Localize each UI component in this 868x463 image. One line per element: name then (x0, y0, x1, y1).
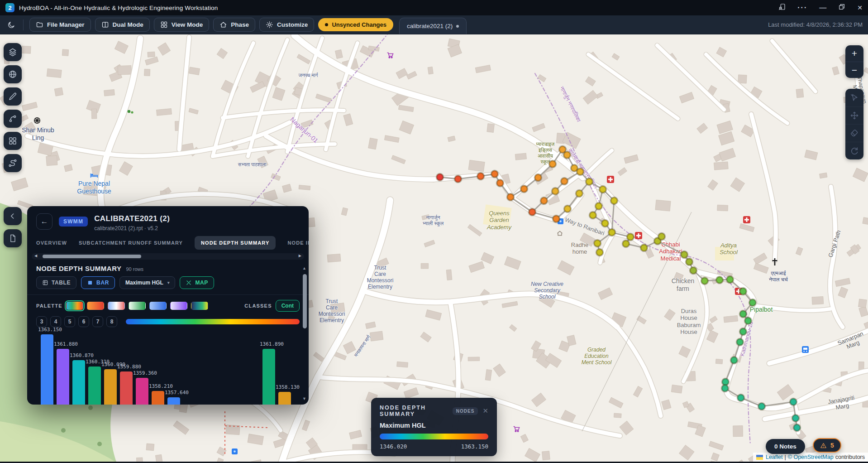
table-view-button[interactable]: TABLE (36, 276, 76, 289)
chart-bar (72, 360, 85, 405)
close-icon[interactable]: ✕ (857, 4, 863, 11)
palette-swatch-3[interactable] (129, 302, 146, 310)
sidebar-button-globe[interactable] (4, 65, 22, 83)
hscroll-thumb[interactable] (43, 255, 141, 258)
chart-bar-value: 1358.130 (276, 384, 300, 390)
chart-bar (278, 392, 291, 405)
more-menu-icon[interactable]: ··· (797, 4, 807, 12)
continuous-classes-button[interactable]: Cont (276, 300, 300, 312)
last-modified-text: Last modified: 4/8/2026, 2:36:32 PM (768, 21, 863, 28)
palette-swatch-6[interactable] (191, 302, 208, 310)
search-window-icon[interactable] (778, 3, 786, 12)
chart-bar-value: 1359.880 (117, 364, 141, 370)
panel-title: CALIBRATE2021 (2) (94, 214, 170, 223)
sidebar-button-git-branch[interactable] (4, 110, 22, 128)
zoom-out-button[interactable]: − (845, 62, 863, 78)
globe-icon (8, 70, 17, 79)
sidebar-button-collapse[interactable] (4, 207, 22, 225)
chart-bar (88, 367, 101, 405)
palette-swatch-4[interactable] (149, 302, 167, 310)
sidebar-button-route[interactable] (4, 154, 22, 172)
map-tool-move[interactable] (845, 106, 863, 124)
unsynced-changes-badge[interactable]: Unsynced Changes (318, 18, 393, 31)
bar-chart: 1363.1501361.8801360.8701360.3101360.090… (36, 319, 300, 405)
swmm-badge: SWMM (59, 217, 88, 227)
panel-subtitle: calibrate2021 (2).rpt · v5.2 (94, 225, 170, 232)
pencil-icon (8, 92, 17, 101)
eraser-icon (850, 129, 859, 138)
osm-link[interactable]: © OpenStreetMap (788, 454, 834, 460)
chart-bar (167, 397, 180, 405)
theme-toggle-icon[interactable] (5, 21, 17, 29)
warnings-button[interactable]: 5 (813, 438, 841, 453)
legend-min: 1346.020 (380, 443, 407, 450)
folder-icon (36, 21, 43, 29)
toolbar-button-dual-mode[interactable]: Dual Mode (95, 18, 150, 32)
warning-triangle-icon (820, 442, 827, 449)
legend-metric: Maximum HGL (380, 422, 488, 429)
notes-button[interactable]: 0 Notes (766, 439, 805, 454)
scroll-left-icon[interactable]: ◀ (34, 254, 37, 258)
panel-vscroll-thumb[interactable] (303, 274, 307, 328)
tab-node-inf[interactable]: NODE INF (287, 236, 309, 250)
grid-icon (8, 136, 17, 145)
tab-overview[interactable]: OVERVIEW (36, 236, 67, 250)
git-branch-icon (8, 114, 17, 123)
minimize-icon[interactable]: — (819, 4, 826, 12)
palette-swatch-1[interactable] (87, 302, 104, 310)
map-zoom-control: + − (845, 45, 863, 78)
chart-bar-value: 1360.870 (70, 352, 94, 358)
map-tool-rotate[interactable] (845, 142, 863, 159)
main-toolbar: File ManagerDual ModeView ModePhaseCusto… (0, 15, 868, 34)
legend-nodes-badge: NODES (453, 407, 478, 415)
panel-scroll-up-icon[interactable]: ▲ (302, 266, 306, 270)
move-icon (850, 111, 859, 120)
tab-node-depth-summary[interactable]: NODE DEPTH SUMMARY (195, 236, 276, 250)
collapse-icon (8, 212, 17, 221)
section-title: NODE DEPTH SUMMARY (36, 265, 121, 272)
legend-color-ramp (380, 434, 488, 439)
chart-bar (120, 371, 133, 405)
leaflet-link[interactable]: Leaflet (766, 454, 783, 460)
home-icon (219, 21, 227, 29)
palette-swatch-0[interactable] (66, 302, 83, 310)
tab-subcatchment-runoff-summary[interactable]: SUBCATCHMENT RUNOFF SUMMARY (79, 236, 183, 250)
map-tool-eraser[interactable] (845, 124, 863, 142)
back-button[interactable]: ← (36, 213, 52, 230)
map-view-button[interactable]: MAP (180, 276, 214, 289)
metric-dropdown[interactable]: Maximum HGL▾ (119, 276, 176, 289)
sidebar-button-layers[interactable] (4, 43, 22, 61)
zoom-in-button[interactable]: + (845, 45, 863, 62)
title-bar: 2 HydroBOA - All-in-One Hydraulic & Hydr… (0, 0, 868, 15)
sidebar-button-file[interactable] (4, 229, 22, 247)
toolbar-button-view-mode[interactable]: View Mode (154, 18, 210, 32)
toolbar-button-file-manager[interactable]: File Manager (29, 18, 91, 32)
palette-swatch-2[interactable] (108, 302, 125, 310)
chart-bar (262, 349, 275, 405)
toolbar-button-customize[interactable]: Customize (259, 18, 314, 32)
legend-close-icon[interactable]: ✕ (482, 407, 488, 415)
bar-view-button[interactable]: BAR (81, 276, 115, 289)
sidebar-panel-group (4, 207, 22, 247)
palette-swatch-5[interactable] (170, 302, 187, 310)
route-icon (8, 159, 17, 168)
sidebar-button-grid[interactable] (4, 132, 22, 150)
toolbar-button-phase[interactable]: Phase (213, 18, 255, 32)
sidebar-tool-group (4, 43, 22, 172)
document-tab[interactable]: calibrate2021 (2) (399, 18, 467, 34)
legend-max: 1363.150 (461, 443, 488, 450)
map-tool-pointer[interactable] (845, 89, 863, 106)
chart-bar-value: 1363.150 (38, 327, 62, 333)
restore-icon[interactable] (838, 3, 845, 12)
panel-scroll-down-icon[interactable]: ▼ (302, 396, 306, 401)
window-title: HydroBOA - All-in-One Hydraulic & Hydrol… (19, 5, 218, 11)
chart-bar-value: 1359.360 (133, 370, 157, 376)
gear-icon (266, 21, 273, 29)
unsynced-dot-icon (325, 23, 328, 26)
tabs-scrollbar[interactable]: ◀ ▶ (32, 253, 304, 260)
sidebar-button-pencil[interactable] (4, 87, 22, 106)
row-count: 90 rows (126, 266, 143, 272)
chart-bar-value: 1358.210 (149, 383, 173, 389)
scroll-right-icon[interactable]: ▶ (299, 254, 301, 258)
ukraine-flag-icon (756, 455, 763, 460)
